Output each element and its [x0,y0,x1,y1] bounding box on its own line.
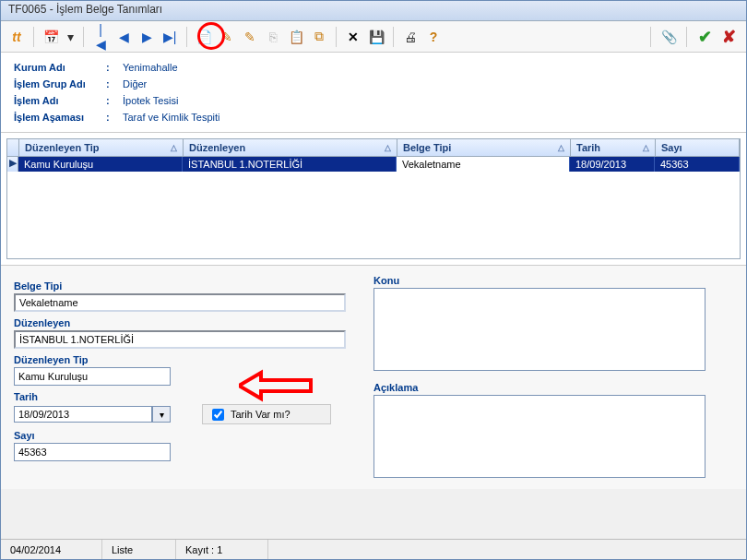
info-sep: : [106,95,123,106]
copy-icon[interactable]: ⎘ [263,27,283,47]
toolbar-separator [650,27,651,47]
info-sep: : [106,62,123,73]
sort-icon: △ [385,143,391,152]
grid-panel: Düzenleyen Tip△ Düzenleyen△ Belge Tipi△ … [1,133,746,265]
nav-first-icon[interactable]: |◀ [90,27,111,47]
toolbar-separator [336,27,337,47]
print-icon[interactable]: 🖨 [400,27,421,47]
sayi-label: Sayı [14,430,346,441]
row-indicator: ▶ [7,157,18,172]
nav-last-icon[interactable]: ▶| [160,27,180,47]
form-panel: Belge Tipi Düzenleyen Düzenleyen Tip Tar… [1,265,746,489]
tarih-var-label: Tarih Var mı? [231,409,290,420]
sort-icon: △ [558,143,564,152]
save-icon[interactable]: 💾 [366,27,386,47]
calendar-dropdown-icon[interactable]: ▾ [64,27,77,47]
info-sep: : [106,112,123,123]
edit2-icon[interactable]: ✎ [240,27,260,47]
duzenleyen-input[interactable] [14,330,346,349]
kurum-value: Yenimahalle [123,62,178,73]
col-duzenleyen-tip[interactable]: Düzenleyen Tip△ [19,139,184,156]
logo-icon[interactable]: tt [6,27,27,47]
tarih-input[interactable] [14,406,152,423]
sort-icon: △ [171,143,177,152]
kurum-label: Kurum Adı [14,62,106,73]
window-title: TF0065 - İşlem Belge Tanımları [8,3,162,16]
new-doc-icon[interactable]: 📄 [194,27,214,47]
col-belge-tipi[interactable]: Belge Tipi△ [397,139,571,156]
cell-belge-tipi[interactable]: Vekaletname [397,157,570,172]
cell-sayi[interactable]: 45363 [655,157,740,172]
date-dropdown-icon[interactable]: ▾ [152,406,171,423]
edit1-icon[interactable]: ✎ [217,27,237,47]
grid-header-row: Düzenleyen Tip△ Düzenleyen△ Belge Tipi△ … [7,139,740,157]
cancel-icon[interactable]: ✘ [718,27,739,47]
status-kayit: Kayıt : 1 [176,540,268,559]
status-liste: Liste [102,540,176,559]
window-icon[interactable]: ⧉ [309,27,329,47]
cell-duzenleyen-tip[interactable]: Kamu Kuruluşu [18,157,183,172]
aciklama-textarea[interactable] [374,395,706,478]
status-date: 04/02/2014 [1,540,102,559]
toolbar-separator [83,27,84,47]
table-row[interactable]: ▶ Kamu Kuruluşu İSTANBUL 1.NOTERLİĞİ Vek… [7,157,740,172]
col-sayi[interactable]: Sayı [656,139,740,156]
tarih-var-checkbox-wrap[interactable]: Tarih Var mı? [202,404,331,424]
duzenleyen-label: Düzenleyen [14,317,346,328]
tarih-var-checkbox[interactable] [212,409,224,421]
sayi-input[interactable] [14,443,171,461]
aciklama-label: Açıklama [374,382,733,393]
toolbar-separator [33,27,34,47]
col-duzenleyen[interactable]: Düzenleyen△ [184,139,397,156]
paste-icon[interactable]: 📋 [286,27,306,47]
tarih-label: Tarih [14,391,346,402]
calendar-icon[interactable]: 📅 [41,27,61,47]
grup-label: İşlem Grup Adı [14,78,106,89]
form-left-column: Belge Tipi Düzenleyen Düzenleyen Tip Tar… [14,275,346,480]
asama-label: İşlem Aşaması [14,112,106,123]
asama-value: Taraf ve Kimlik Tespiti [123,112,220,123]
status-empty [268,540,746,559]
help-icon[interactable]: ? [423,27,444,47]
grup-value: Diğer [123,78,147,89]
nav-prev-icon[interactable]: ◀ [113,27,134,47]
islem-value: İpotek Tesisi [123,95,178,106]
delete-icon[interactable]: ✕ [343,27,363,47]
status-bar: 04/02/2014 Liste Kayıt : 1 [1,539,746,559]
belge-tipi-input[interactable] [14,293,346,312]
islem-label: İşlem Adı [14,95,106,106]
konu-textarea[interactable] [374,288,706,371]
belge-tipi-label: Belge Tipi [14,280,346,292]
grid-body[interactable]: ▶ Kamu Kuruluşu İSTANBUL 1.NOTERLİĞİ Vek… [7,157,740,258]
toolbar-separator [686,27,687,47]
duzenleyen-tip-input[interactable] [14,367,171,386]
cell-duzenleyen[interactable]: İSTANBUL 1.NOTERLİĞİ [183,157,397,172]
toolbar-separator [186,27,187,47]
data-grid[interactable]: Düzenleyen Tip△ Düzenleyen△ Belge Tipi△ … [6,138,741,259]
row-indicator-header [7,139,19,156]
ok-icon[interactable]: ✔ [694,27,715,47]
col-tarih[interactable]: Tarih△ [571,139,656,156]
tarih-datepicker[interactable]: ▾ [14,406,171,423]
attach-icon[interactable]: 📎 [658,27,679,47]
form-right-column: Konu Açıklama [374,275,733,480]
titlebar: TF0065 - İşlem Belge Tanımları [1,1,746,21]
sort-icon: △ [643,143,649,152]
app-window: TF0065 - İşlem Belge Tanımları tt 📅 ▾ |◀… [0,0,747,560]
cell-tarih[interactable]: 18/09/2013 [570,157,655,172]
toolbar: tt 📅 ▾ |◀ ◀ ▶ ▶| 📄 ✎ ✎ ⎘ 📋 ⧉ ✕ 💾 🖨 ? 📎 ✔… [1,21,746,53]
nav-next-icon[interactable]: ▶ [136,27,157,47]
konu-label: Konu [374,275,733,286]
toolbar-separator [393,27,394,47]
info-sep: : [106,78,123,89]
duzenleyen-tip-label: Düzenleyen Tip [14,354,346,365]
info-panel: Kurum Adı : Yenimahalle İşlem Grup Adı :… [1,53,746,133]
